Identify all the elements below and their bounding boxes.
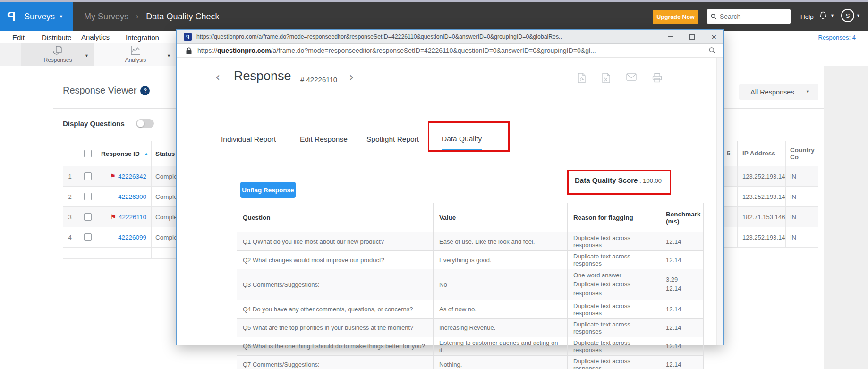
search-input[interactable]	[720, 13, 781, 20]
empty-cell	[724, 207, 738, 227]
chevron-down-icon: ▼	[830, 14, 834, 18]
bell-icon	[818, 10, 828, 21]
maximize-icon[interactable]	[689, 34, 695, 40]
checkbox-cell	[77, 166, 97, 186]
response-id-link[interactable]: 42226300	[118, 193, 146, 200]
page-right-margin	[824, 66, 868, 369]
ip-cell: 182.71.153.146	[738, 207, 785, 227]
responses-icon	[52, 45, 64, 56]
question-cell: Q4 Do you have any other comments, quest…	[237, 300, 434, 318]
previous-response-button[interactable]: ‹	[215, 70, 220, 84]
account-menu[interactable]: S ▼	[841, 9, 860, 22]
menu-item-edit[interactable]: Edit	[12, 31, 25, 43]
reason-cell: Duplicate text across responses	[568, 337, 660, 355]
toolbar-tab-responses[interactable]: Responses ▼	[21, 43, 94, 66]
responses-count-link[interactable]: Responses: 4	[818, 31, 856, 43]
row-checkbox[interactable]	[84, 172, 92, 180]
reason-cell: Duplicate text across responses	[568, 232, 660, 251]
close-icon[interactable]: ✕	[711, 34, 717, 41]
row-checkbox[interactable]	[84, 193, 92, 200]
response-id-header[interactable]: Response ID▲	[97, 141, 151, 166]
product-menu[interactable]: P Surveys ▼	[0, 2, 73, 31]
notifications-menu[interactable]: ▼	[818, 10, 834, 21]
row-number: 1	[63, 166, 77, 186]
status-label: Comple	[155, 193, 178, 200]
annotation-box-score	[567, 170, 671, 195]
reason-cell: Duplicate text across responses	[568, 300, 660, 318]
toggle-knob	[137, 120, 144, 127]
reason-cell: One word answer Duplicate text across re…	[568, 269, 660, 300]
tab-spotlight-report[interactable]: Spotlight Report	[366, 129, 419, 150]
breadcrumb: My Surveys › Data Quality Check	[84, 2, 219, 31]
display-questions-label: Display Questions	[63, 120, 125, 128]
export-pdf-icon[interactable]	[577, 73, 586, 83]
display-questions-toggle[interactable]	[136, 119, 154, 128]
status-label: Comple	[155, 234, 178, 241]
table-row: Q7 Comments/Suggestions: Nothing. Duplic…	[237, 355, 704, 369]
breadcrumb-parent[interactable]: My Surveys	[84, 12, 128, 22]
next-response-button[interactable]: ›	[349, 70, 354, 84]
row-number: 3	[63, 207, 77, 227]
value-cell: No	[434, 269, 568, 300]
row-checkbox[interactable]	[84, 233, 92, 241]
response-filter-dropdown[interactable]: All Responses ▼	[739, 84, 818, 100]
question-cell: Q3 Comments/Suggestions:	[237, 269, 434, 300]
menu-item-analytics[interactable]: Analytics	[81, 31, 110, 43]
chevron-down-icon[interactable]: ▼	[167, 53, 171, 58]
question-cell: Q5 What are the top priorities in your b…	[237, 318, 434, 337]
response-id-header-label: Response ID	[101, 150, 140, 157]
zoom-icon[interactable]	[708, 47, 716, 54]
question-cell: Q1 QWhat do you like most about our new …	[237, 232, 434, 251]
table-row: Q2 What changes would most improve our p…	[237, 251, 704, 269]
benchmark-header: Benchmark (ms)	[660, 203, 704, 232]
tab-edit-response[interactable]: Edit Response	[300, 129, 348, 150]
select-all-checkbox[interactable]	[84, 150, 92, 157]
tab-individual-report[interactable]: Individual Report	[221, 129, 276, 150]
response-id-link[interactable]: 42226110	[119, 214, 146, 221]
print-icon[interactable]	[652, 73, 662, 83]
unflag-response-button[interactable]: Unflag Response	[240, 182, 296, 198]
chevron-down-icon[interactable]: ▼	[85, 53, 89, 58]
benchmark-cell: 3.29 12.14	[660, 269, 704, 300]
checkbox-cell	[77, 207, 97, 227]
response-editor-window: P https://questionpro.com/a/frame.do?mod…	[176, 29, 724, 345]
help-link[interactable]: Help	[800, 2, 814, 31]
country-header[interactable]: Country Co	[785, 141, 818, 166]
empty-cell	[63, 248, 77, 258]
email-icon[interactable]	[626, 73, 637, 81]
breadcrumb-current: Data Quality Check	[146, 12, 219, 22]
menu-item-distribute[interactable]: Distribute	[42, 31, 71, 43]
ip-address-header[interactable]: IP Address	[738, 141, 785, 166]
benchmark-cell: 12.14	[660, 318, 704, 337]
row-checkbox[interactable]	[84, 213, 92, 221]
reason-cell: Duplicate text across responses	[568, 251, 660, 269]
value-cell: Ease of use. Like the look and feel.	[434, 232, 568, 251]
response-title: Response	[234, 69, 291, 84]
questionpro-logo-icon: P	[7, 9, 16, 24]
export-excel-icon[interactable]	[602, 73, 611, 83]
row-number-label: 3	[68, 214, 71, 221]
sort-ascending-icon: ▲	[145, 152, 148, 156]
reason-header: Reason for flagging	[568, 203, 660, 232]
menu-item-integration[interactable]: Integration	[126, 31, 159, 43]
upgrade-now-button[interactable]: Upgrade Now	[653, 10, 698, 24]
toolbar-tab-analysis[interactable]: Analysis ▼	[94, 43, 177, 66]
help-tooltip-icon[interactable]: ?	[140, 86, 150, 95]
select-all-cell	[77, 141, 97, 166]
analysis-chart-icon	[129, 45, 142, 56]
minimize-icon[interactable]	[668, 36, 673, 37]
empty-cell	[724, 227, 738, 248]
value-header: Value	[434, 203, 568, 232]
response-id-link[interactable]: 42226099	[118, 234, 146, 241]
chevron-down-icon: ▼	[856, 14, 860, 18]
address-bar[interactable]: https://questionpro.com/a/frame.do?mode=…	[177, 44, 723, 58]
column5-header[interactable]: 5	[724, 141, 738, 166]
screen: P Surveys ▼ My Surveys › Data Quality Ch…	[0, 0, 868, 369]
window-titlebar[interactable]: P https://questionpro.com/a/frame.do?mod…	[177, 30, 723, 44]
value-cell: Increasing Revenue.	[434, 318, 568, 337]
response-id-link[interactable]: 42226342	[118, 173, 146, 180]
chevron-down-icon: ▼	[806, 90, 810, 94]
topbar: P Surveys ▼ My Surveys › Data Quality Ch…	[0, 2, 868, 31]
toolbar-tab-label: Responses	[21, 57, 94, 63]
toolbar-tab-label: Analysis	[94, 57, 177, 63]
